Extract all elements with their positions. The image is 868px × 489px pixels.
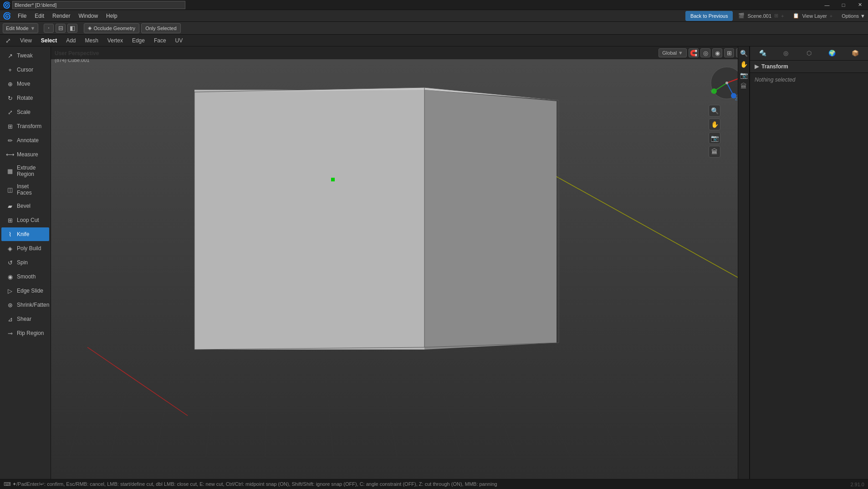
tool-extrude-region[interactable]: ▦ Extrude Region xyxy=(1,162,49,180)
viewport-shading-solid[interactable]: ◉ xyxy=(712,48,722,57)
tool-annotate-label: Annotate xyxy=(17,137,39,144)
tool-shear-label: Shear xyxy=(17,316,31,322)
tool-move[interactable]: ⊕ Move xyxy=(1,77,49,91)
tool-measure[interactable]: ⟷ Measure xyxy=(1,148,49,161)
statusbar: ⌨ ✦/PadEnter/↵: confirm, Esc/RMB: cancel… xyxy=(0,479,868,489)
header-edge[interactable]: Edge xyxy=(128,35,149,46)
rpanel-world-tab[interactable]: 🌍 xyxy=(827,47,837,58)
tool-loop-cut[interactable]: ⊞ Loop Cut xyxy=(1,213,49,227)
tool-poly-build-icon: ◈ xyxy=(6,244,14,252)
tool-knife-icon: ⌇ xyxy=(6,230,14,238)
tool-cursor-label: Cursor xyxy=(17,67,33,73)
scene-icon-strip[interactable]: 🏛 xyxy=(739,81,749,91)
zoom-in-nav-btn[interactable]: 🔍 xyxy=(709,105,720,117)
minimize-button[interactable]: — xyxy=(819,0,835,10)
tool-edge-slide[interactable]: ▷ Edge Slide xyxy=(1,284,49,298)
tool-transform[interactable]: ⊞ Transform xyxy=(1,119,49,133)
tool-transform-icon: ⊞ xyxy=(6,122,14,130)
tool-spin-icon: ↺ xyxy=(6,258,14,267)
grid-svg xyxy=(51,46,750,479)
header-select[interactable]: Select xyxy=(36,35,61,46)
viewport-overlay-icon[interactable]: ⊞ xyxy=(724,48,734,57)
tool-rip-region[interactable]: ⊸ Rip Region xyxy=(1,326,49,340)
transform-title: Transform xyxy=(761,63,788,70)
tool-scale[interactable]: ⤢ Scale xyxy=(1,105,49,119)
occlude-geometry-btn[interactable]: ◈ Occlude Geometry xyxy=(84,23,139,33)
only-selected-label: Only Selected xyxy=(145,26,176,31)
tool-shear[interactable]: ⊿ Shear xyxy=(1,312,49,326)
header-subtoolbar: ⤢ View Select Add Mesh Vertex Edge Face … xyxy=(0,35,868,46)
rpanel-material-tab[interactable]: ⬡ xyxy=(803,47,814,58)
tool-inset-faces[interactable]: ◫ Inset Faces xyxy=(1,180,49,199)
tool-shrink-fatten[interactable]: ⊛ Shrink/Fatten xyxy=(1,298,49,312)
view-props-icon[interactable]: 🔍 xyxy=(739,48,749,58)
tool-tweak[interactable]: ↗ Tweak xyxy=(1,49,49,62)
tool-annotate[interactable]: ✏ Annotate xyxy=(1,134,49,147)
right-icons-strip: 🔍 ✋ 📷 🏛 xyxy=(738,46,750,479)
tool-rotate-icon: ↻ xyxy=(6,94,14,102)
hand-icon[interactable]: ✋ xyxy=(739,59,749,69)
header-vertex[interactable]: Vertex xyxy=(103,35,128,46)
header-face[interactable]: Face xyxy=(149,35,171,46)
rpanel-object-tab[interactable]: 📦 xyxy=(850,47,861,58)
header-add[interactable]: Add xyxy=(61,35,80,46)
tool-cursor[interactable]: + Cursor xyxy=(1,63,49,77)
tool-bevel[interactable]: ▰ Bevel xyxy=(1,199,49,213)
scene-icon: 🎬 xyxy=(738,13,745,19)
tool-measure-icon: ⟷ xyxy=(6,150,14,159)
svg-point-45 xyxy=(725,82,728,84)
tool-rotate[interactable]: ↻ Rotate xyxy=(1,91,49,105)
menu-file[interactable]: File xyxy=(14,12,30,20)
transform-arrow: ▶ xyxy=(755,63,759,70)
edit-mode-selector[interactable]: Edit Mode ▼ xyxy=(3,23,38,33)
viewport-3d[interactable]: Global ▼ 🧲 ◎ ◉ ⊞ ⊕ User Perspective (874… xyxy=(51,46,750,479)
svg-marker-27 xyxy=(424,90,557,350)
layer-name-label[interactable]: View Layer xyxy=(802,13,827,19)
nothing-selected-label: Nothing selected xyxy=(750,73,868,87)
transform-global-btn[interactable]: Global ▼ xyxy=(659,48,687,57)
menu-edit[interactable]: Edit xyxy=(31,12,48,20)
header-uv[interactable]: UV xyxy=(171,35,188,46)
tool-smooth-icon: ◉ xyxy=(6,273,14,281)
close-button[interactable]: ✕ xyxy=(852,0,868,10)
edit-mode-label: Edit Mode xyxy=(6,26,29,31)
options-label[interactable]: Options ▼ xyxy=(842,13,865,19)
maximize-button[interactable]: □ xyxy=(835,0,852,10)
titlebar-input[interactable] xyxy=(12,1,185,9)
statusbar-text: ⌨ ✦/PadEnter/↵: confirm, Esc/RMB: cancel… xyxy=(4,481,497,487)
pan-nav-btn[interactable]: ✋ xyxy=(709,118,720,130)
tool-knife-label: Knife xyxy=(17,231,29,237)
menu-render[interactable]: Render xyxy=(49,12,74,20)
tool-poly-build[interactable]: ◈ Poly Build xyxy=(1,242,49,255)
occlude-icon: ◈ xyxy=(88,25,92,31)
header-tool-icon[interactable]: ⤢ xyxy=(1,35,15,46)
tool-shear-icon: ⊿ xyxy=(6,315,14,323)
tool-edge-slide-label: Edge Slide xyxy=(17,288,43,294)
global-label: Global xyxy=(662,50,677,56)
camera-icon[interactable]: 📷 xyxy=(739,70,749,80)
rpanel-object-data-tab[interactable]: ◎ xyxy=(781,47,791,58)
proportional-edit-icon[interactable]: ◎ xyxy=(700,48,710,57)
header-mesh[interactable]: Mesh xyxy=(81,35,103,46)
scene-name-label[interactable]: Scene.001 xyxy=(747,13,771,19)
tool-spin[interactable]: ↺ Spin xyxy=(1,256,49,269)
back-to-previous-button[interactable]: Back to Previous xyxy=(685,11,733,21)
menu-help[interactable]: Help xyxy=(102,12,121,20)
tool-loop-cut-label: Loop Cut xyxy=(17,217,39,223)
occlude-label: Occlude Geometry xyxy=(93,26,135,31)
camera-nav-btn[interactable]: 📷 xyxy=(709,132,720,144)
vertex-select-btn[interactable]: ⬝ xyxy=(44,24,54,33)
blender-logo: 🌀 xyxy=(3,12,11,20)
tool-smooth[interactable]: ◉ Smooth xyxy=(1,270,49,283)
header-view[interactable]: View xyxy=(15,35,36,46)
face-select-btn[interactable]: ◧ xyxy=(67,24,77,33)
edge-select-btn[interactable]: ⊟ xyxy=(56,24,66,33)
svg-rect-37 xyxy=(331,178,335,181)
tool-knife[interactable]: ⌇ Knife xyxy=(1,227,49,241)
titlebar-controls: — □ ✕ xyxy=(819,0,868,10)
snap-magnet-icon[interactable]: 🧲 xyxy=(689,48,699,57)
only-selected-btn[interactable]: Only Selected xyxy=(141,23,180,33)
rpanel-modifiers-tab[interactable]: 🔩 xyxy=(757,47,768,58)
ortho-nav-btn[interactable]: 🏛 xyxy=(709,146,720,158)
menu-window[interactable]: Window xyxy=(75,12,102,20)
